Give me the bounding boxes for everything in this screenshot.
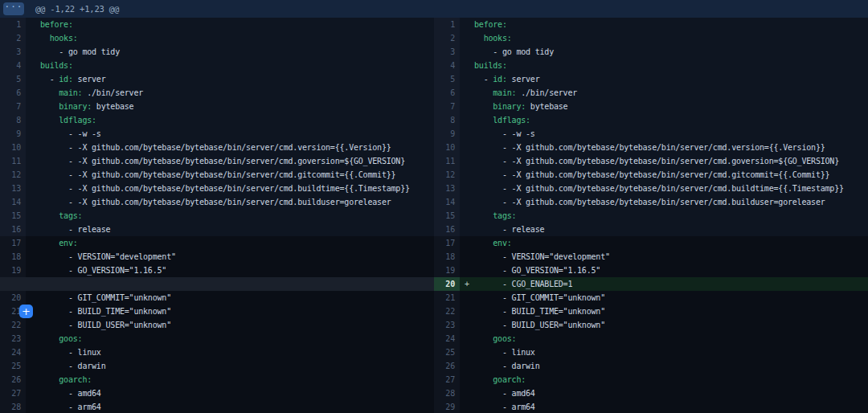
diff-marker: [460, 127, 474, 141]
diff-marker: [460, 195, 474, 209]
code-line: - darwin: [474, 359, 868, 373]
code-line: - amd64: [40, 386, 434, 400]
diff-line: 15 tags:: [434, 209, 868, 223]
line-number-new[interactable]: 15: [434, 209, 460, 223]
diff-line: 10 - -X github.com/bytebase/bytebase/bin…: [434, 141, 868, 154]
code-line: - -X github.com/bytebase/bytebase/bin/se…: [474, 168, 868, 182]
diff-marker: [26, 168, 40, 182]
code-line: builds:: [40, 59, 434, 72]
diff-marker: [460, 346, 474, 359]
line-number-new[interactable]: 21: [434, 291, 460, 305]
code-line: - GIT_COMMIT="unknown": [474, 291, 868, 305]
add-comment-button[interactable]: +: [19, 305, 33, 318]
line-number-old[interactable]: 27: [0, 386, 26, 400]
diff-marker: [460, 223, 474, 236]
line-number-old[interactable]: 8: [0, 113, 26, 127]
line-number-old[interactable]: 19: [0, 264, 26, 277]
line-number-old[interactable]: 18: [0, 250, 26, 264]
line-number-old[interactable]: 6: [0, 86, 26, 100]
diff-marker: [26, 31, 40, 45]
line-number-old[interactable]: 16: [0, 223, 26, 236]
line-number-old[interactable]: 20: [0, 291, 26, 305]
diff-line: 5 - id: server: [0, 72, 434, 86]
line-number-new[interactable]: 2: [434, 31, 460, 45]
code-line: goos:: [474, 332, 868, 346]
diff-line: 1before:: [0, 18, 434, 31]
line-number-old[interactable]: 14: [0, 195, 26, 209]
code-line: hooks:: [40, 31, 434, 45]
diff-line: 3 - go mod tidy: [434, 45, 868, 59]
diff-line: 5 - id: server: [434, 72, 868, 86]
code-line: - release: [40, 223, 434, 236]
line-number-new[interactable]: 11: [434, 154, 460, 168]
line-number-new[interactable]: 10: [434, 141, 460, 154]
line-number-new[interactable]: 9: [434, 127, 460, 141]
line-number-old[interactable]: 25: [0, 359, 26, 373]
diff-line: 13 - -X github.com/bytebase/bytebase/bin…: [434, 182, 868, 195]
line-number-old[interactable]: 28: [0, 400, 26, 413]
line-number-new[interactable]: 23: [434, 318, 460, 332]
line-number-old[interactable]: 17: [0, 236, 26, 250]
diff-line: 2 hooks:: [434, 31, 868, 45]
line-number-old[interactable]: 24: [0, 346, 26, 359]
line-number-new[interactable]: 13: [434, 182, 460, 195]
diff-line: 15 tags:: [0, 209, 434, 223]
diff-marker: [26, 373, 40, 386]
line-number-old[interactable]: 5: [0, 72, 26, 86]
line-number-old[interactable]: 15: [0, 209, 26, 223]
code-line: - GO_VERSION="1.16.5": [474, 264, 868, 277]
line-number-new[interactable]: 12: [434, 168, 460, 182]
line-number-new[interactable]: 19: [434, 264, 460, 277]
diff-marker: [460, 318, 474, 332]
line-number-old[interactable]: 11: [0, 154, 26, 168]
line-number-old[interactable]: 1: [0, 18, 26, 31]
line-number-new[interactable]: 6: [434, 86, 460, 100]
diff-marker: [460, 386, 474, 400]
line-number-new[interactable]: 28: [434, 386, 460, 400]
line-number-new[interactable]: 22: [434, 305, 460, 318]
line-number-new[interactable]: 14: [434, 195, 460, 209]
line-number-new[interactable]: 29: [434, 400, 460, 413]
line-number-new[interactable]: 7: [434, 100, 460, 113]
line-number-new[interactable]: 17: [434, 236, 460, 250]
line-number-new[interactable]: 5: [434, 72, 460, 86]
line-number-old[interactable]: 9: [0, 127, 26, 141]
code-line: - arm64: [40, 400, 434, 413]
diff-marker: [460, 359, 474, 373]
line-number-new[interactable]: 27: [434, 373, 460, 386]
diff-line: 14 - -X github.com/bytebase/bytebase/bin…: [434, 195, 868, 209]
code-line: - go mod tidy: [474, 45, 868, 59]
diff-marker: [460, 141, 474, 154]
line-number-old[interactable]: 7: [0, 100, 26, 113]
diff-marker: [460, 31, 474, 45]
diff-line: 8 ldflags:: [434, 113, 868, 127]
line-number-new[interactable]: 24: [434, 332, 460, 346]
line-number-old[interactable]: 10: [0, 141, 26, 154]
line-number-new[interactable]: 20: [434, 277, 460, 291]
diff-line: 24 goos:: [434, 332, 868, 346]
line-number-new[interactable]: 4: [434, 59, 460, 72]
line-number-old[interactable]: 3: [0, 45, 26, 59]
diff-line: 26 - darwin: [434, 359, 868, 373]
code-line: - BUILD_USER="unknown": [474, 318, 868, 332]
line-number-old[interactable]: 26: [0, 373, 26, 386]
line-number-old[interactable]: 12: [0, 168, 26, 182]
line-number-old[interactable]: 13: [0, 182, 26, 195]
diff-line: 19 - GO_VERSION="1.16.5": [0, 264, 434, 277]
code-line: tags:: [474, 209, 868, 223]
line-number-old[interactable]: 4: [0, 59, 26, 72]
diff-marker: [26, 127, 40, 141]
line-number-old[interactable]: 2: [0, 31, 26, 45]
code-line: - -X github.com/bytebase/bytebase/bin/se…: [40, 141, 434, 154]
line-number-new[interactable]: 1: [434, 18, 460, 31]
line-number-old[interactable]: 23: [0, 332, 26, 346]
line-number-new[interactable]: 8: [434, 113, 460, 127]
expand-hunk-button[interactable]: ···: [3, 2, 24, 15]
line-number-new[interactable]: 26: [434, 359, 460, 373]
line-number-new[interactable]: 18: [434, 250, 460, 264]
line-number-new[interactable]: 3: [434, 45, 460, 59]
line-number-old[interactable]: 22: [0, 318, 26, 332]
line-number-new[interactable]: 16: [434, 223, 460, 236]
line-number-new[interactable]: 25: [434, 346, 460, 359]
diff-pane-new: 1before:2 hooks:3 - go mod tidy4builds:5…: [434, 18, 868, 413]
